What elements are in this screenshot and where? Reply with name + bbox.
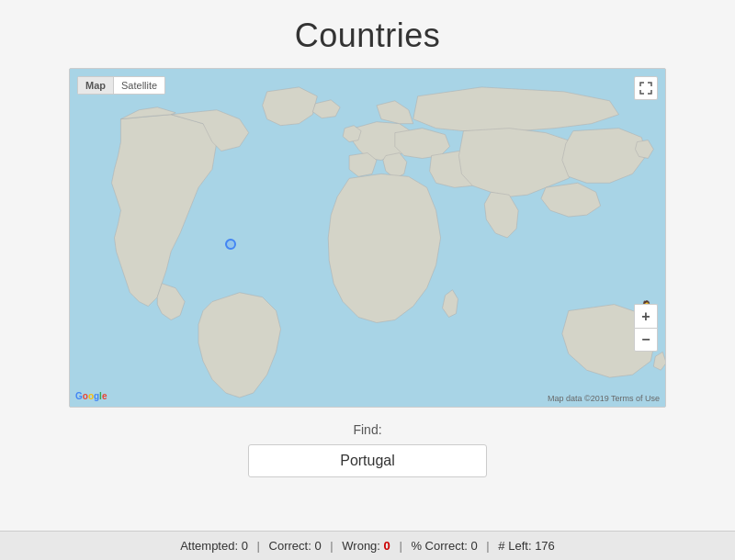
map-fullscreen-button[interactable]	[634, 76, 658, 100]
attempted-label: Attempted:	[180, 539, 238, 553]
find-input[interactable]	[248, 444, 487, 477]
pct-correct-value: 0	[470, 539, 477, 553]
pct-correct-label: % Correct:	[411, 539, 467, 553]
find-label: Find:	[353, 422, 381, 437]
separator-3: |	[399, 539, 401, 553]
status-bar: Attempted: 0 | Correct: 0 | Wrong: 0 | %…	[0, 531, 735, 560]
left-value: 176	[535, 539, 555, 553]
correct-value: 0	[314, 539, 321, 553]
google-logo: Google	[75, 391, 107, 401]
find-section: Find:	[69, 422, 666, 477]
map-type-bar: Map Satellite	[77, 76, 165, 95]
map-type-map-button[interactable]: Map	[78, 77, 114, 94]
attempted-value: 0	[242, 539, 248, 553]
map-type-satellite-button[interactable]: Satellite	[114, 77, 164, 94]
world-map-svg	[70, 69, 665, 407]
location-marker	[225, 239, 236, 250]
separator-1: |	[257, 539, 260, 553]
zoom-out-button[interactable]: −	[634, 328, 658, 352]
zoom-in-button[interactable]: +	[634, 304, 658, 328]
map-container: Map Satellite 🧍 + − Google Map data ©201…	[69, 68, 666, 408]
wrong-value: 0	[384, 539, 390, 553]
wrong-label: Wrong:	[342, 539, 380, 553]
separator-2: |	[330, 539, 333, 553]
map-attribution: Map data ©2019 Terms of Use	[548, 394, 660, 403]
correct-label: Correct:	[269, 539, 311, 553]
left-label: # Left:	[498, 539, 531, 553]
zoom-controls: + −	[634, 304, 658, 352]
page-title: Countries	[295, 17, 441, 55]
separator-4: |	[486, 539, 489, 553]
